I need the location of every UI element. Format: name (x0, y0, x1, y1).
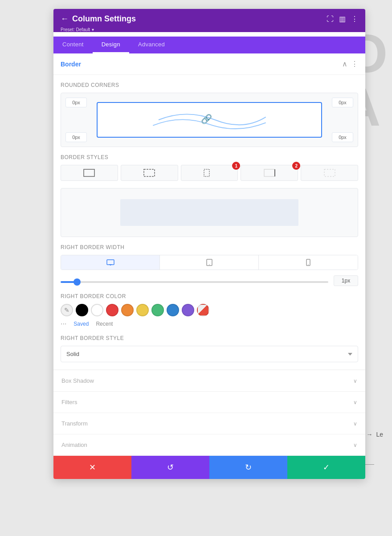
panel-header: ← Column Settings ⛶ ▥ ⋮ Preset: Default … (53, 9, 365, 32)
svg-rect-6 (324, 169, 335, 176)
filters-header[interactable]: Filters ∨ (53, 392, 365, 413)
border-preview-box (61, 188, 358, 237)
corner-top-left-input[interactable] (65, 98, 87, 107)
box-shadow-title: Box Shadow (61, 377, 94, 384)
transform-title: Transform (61, 420, 88, 427)
back-arrow-icon[interactable]: ← (61, 14, 69, 24)
color-swatch-orange[interactable] (121, 304, 134, 316)
tab-advanced[interactable]: Advanced (129, 37, 174, 53)
collapse-icon[interactable]: ∧ (342, 60, 347, 68)
color-swatch-white[interactable] (91, 304, 103, 316)
filters-section: Filters ∨ (53, 392, 365, 413)
resp-tab-tablet[interactable] (160, 255, 259, 270)
corner-bottom-right-input[interactable] (332, 132, 353, 142)
arrow-icon: → (366, 431, 372, 438)
box-shadow-chevron-icon: ∨ (353, 378, 357, 384)
right-border-style-select[interactable]: Solid Dashed Dotted Double None (61, 346, 358, 362)
saved-recent-row: ··· Saved Recent (61, 320, 358, 328)
border-styles-grid: 1 2 (61, 165, 358, 181)
transform-chevron-icon: ∨ (353, 421, 357, 427)
color-swatch-striped[interactable] (197, 304, 209, 316)
filters-chevron-icon: ∨ (353, 399, 357, 405)
svg-rect-7 (107, 260, 114, 265)
saved-button[interactable]: Saved (74, 321, 89, 327)
panel-body: Border ∧ ⋮ Rounded Corners (53, 53, 365, 456)
transform-section: Transform ∨ (53, 413, 365, 434)
preset-chevron-icon: ▾ (92, 27, 94, 32)
border-section-content: Rounded Corners 🔗 Border St (53, 75, 365, 369)
panel-tabs: Content Design Advanced (53, 37, 365, 53)
border-width-slider[interactable] (61, 281, 328, 283)
color-swatch-yellow[interactable] (136, 304, 149, 316)
color-swatch-purple[interactable] (182, 304, 194, 316)
border-inner-preview (120, 199, 298, 226)
border-style-solid-btn[interactable] (61, 165, 118, 181)
border-style-none-btn[interactable] (301, 165, 358, 181)
panel-title: Column Settings (72, 14, 136, 24)
svg-point-11 (209, 264, 210, 265)
panel-header-icons: ⛶ ▥ ⋮ (327, 15, 358, 23)
slider-value: 1px (334, 275, 358, 286)
right-border-width-label: Right Border Width (61, 244, 358, 250)
color-swatch-red[interactable] (106, 304, 118, 316)
border-section-title: Border (61, 61, 81, 68)
arrow-area: → Le (366, 431, 383, 438)
border-style-dashed-btn[interactable] (121, 165, 178, 181)
color-swatch-blue[interactable] (167, 304, 179, 316)
border-section-header: Border ∧ ⋮ (53, 53, 365, 75)
tab-design[interactable]: Design (93, 37, 129, 53)
slider-row: 1px (61, 275, 358, 286)
svg-rect-3 (204, 169, 209, 176)
rounded-corners-label: Rounded Corners (61, 82, 358, 88)
svg-text:🔗: 🔗 (201, 114, 212, 125)
svg-rect-4 (264, 169, 275, 176)
preset-text: Preset: Default (61, 27, 90, 32)
box-shadow-section: Box Shadow ∨ (53, 370, 365, 392)
arrow-label: Le (376, 431, 383, 438)
more-options-icon[interactable]: ⋮ (351, 15, 358, 23)
svg-point-13 (308, 264, 309, 265)
more-colors-icon[interactable]: ··· (61, 320, 66, 328)
border-style-dotted-btn[interactable]: 1 (181, 165, 238, 181)
animation-chevron-icon: ∨ (353, 442, 357, 448)
box-shadow-header[interactable]: Box Shadow ∨ (53, 370, 365, 391)
redo-button[interactable]: ↻ (209, 456, 287, 479)
badge-1: 1 (232, 162, 240, 170)
layout-icon[interactable]: ▥ (339, 15, 346, 23)
border-section: Border ∧ ⋮ Rounded Corners (53, 53, 365, 369)
eyedropper-swatch[interactable]: ✎ (61, 304, 73, 316)
animation-header[interactable]: Animation ∨ (53, 434, 365, 455)
transform-header[interactable]: Transform ∨ (53, 413, 365, 434)
right-border-style-label: Right Border Style (61, 335, 358, 341)
save-button[interactable]: ✓ (287, 456, 365, 479)
corner-top-right-input[interactable] (332, 98, 353, 107)
tab-content[interactable]: Content (53, 37, 93, 53)
cancel-button[interactable]: ✕ (53, 456, 131, 479)
fullscreen-icon[interactable]: ⛶ (327, 15, 334, 23)
responsive-tabs (61, 255, 358, 270)
border-style-right-btn[interactable]: 2 (241, 165, 298, 181)
badge-2: 2 (292, 162, 300, 170)
panel-header-top: ← Column Settings ⛶ ▥ ⋮ (61, 14, 358, 24)
resp-tab-desktop[interactable] (61, 255, 160, 270)
corner-preview: 🔗 (97, 102, 322, 138)
slider-container (61, 277, 328, 285)
preset-label[interactable]: Preset: Default ▾ (61, 27, 358, 32)
right-border-color-label: Right Border Color (61, 293, 358, 299)
corner-bottom-left-input[interactable] (65, 132, 87, 142)
recent-button[interactable]: Recent (96, 321, 113, 327)
undo-button[interactable]: ↺ (131, 456, 209, 479)
resp-tab-mobile[interactable] (259, 255, 358, 270)
color-swatch-green[interactable] (151, 304, 164, 316)
animation-section: Animation ∨ (53, 434, 365, 456)
panel-header-left: ← Column Settings (61, 14, 136, 24)
panel-footer: ✕ ↺ ↻ ✓ (53, 456, 365, 479)
color-swatches: ✎ (61, 304, 358, 316)
filters-title: Filters (61, 399, 77, 405)
corners-container: 🔗 (61, 93, 358, 147)
section-more-icon[interactable]: ⋮ (351, 60, 358, 68)
color-swatch-black[interactable] (76, 304, 88, 316)
animation-title: Animation (61, 442, 87, 448)
svg-rect-2 (144, 169, 155, 176)
border-styles-label: Border Styles (61, 154, 358, 160)
